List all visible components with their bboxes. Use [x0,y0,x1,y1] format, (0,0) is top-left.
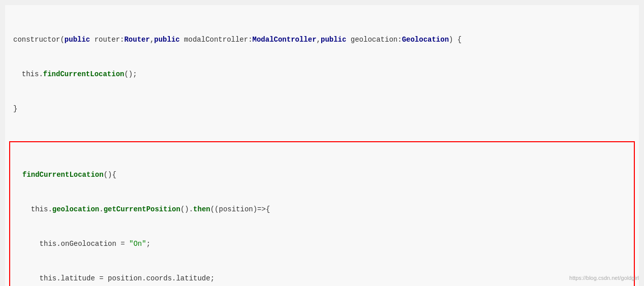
h-line-3: this.onGeolocation = "On"; [22,238,622,250]
code-line-2: this.findCurrentLocation(); [13,69,631,80]
h-line-4: this.latitude = position.coords.latitude… [22,273,622,284]
code-container: constructor(public router:Router,public … [5,5,639,286]
code-line-3: } [13,103,631,115]
watermark: https://blog.csdn.net/goldgirl [569,275,639,281]
h-line-1: findCurrentLocation(){ [22,169,622,181]
highlighted-code-block: findCurrentLocation(){ this.geolocation.… [9,141,635,286]
code-line-1: constructor(public router:Router,public … [13,34,631,46]
highlighted-code-inner: findCurrentLocation(){ this.geolocation.… [14,145,630,286]
top-code-block: constructor(public router:Router,public … [5,10,639,138]
h-line-2: this.geolocation.getCurrentPosition().th… [22,204,622,215]
